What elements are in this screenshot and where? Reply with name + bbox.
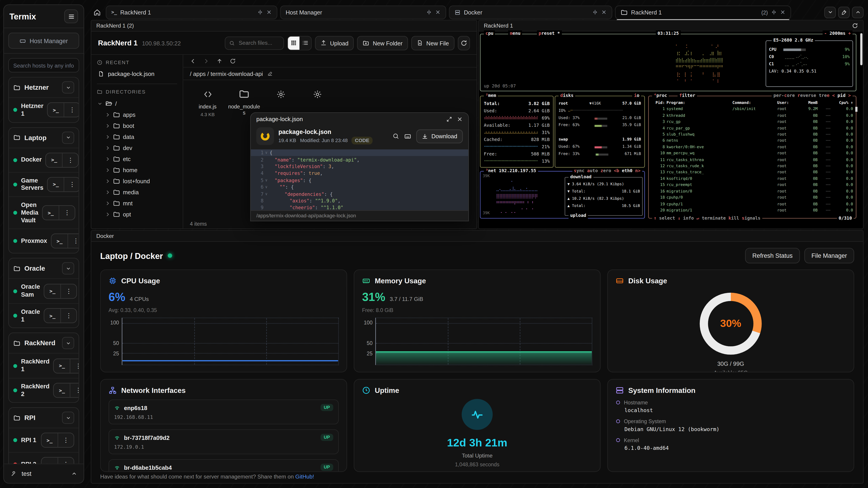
group-header[interactable]: RackNerd — [9, 333, 79, 353]
sidebar-host-open-media-vault[interactable]: Open Media Vault>_⋮ — [9, 196, 79, 229]
tools-button[interactable] — [838, 6, 850, 18]
proc-scrollbar[interactable] — [855, 107, 858, 112]
edit-path-icon[interactable] — [268, 71, 273, 76]
proc-row[interactable]: 8kworker/0:0H-everoot0B⋯⋯0.0 — [649, 144, 856, 151]
code-viewer[interactable]: 1∨{2"name": "termix-download-api",3"lock… — [251, 149, 468, 210]
proc-row[interactable]: 14ksoftirqd/0root0B⋯⋯0.0 — [649, 176, 856, 182]
open-terminal-button[interactable]: >_ — [54, 359, 70, 372]
upload-button[interactable]: Upload — [315, 36, 354, 50]
proc-row[interactable]: 5slub_flushwqroot0B⋯⋯0.0 — [649, 132, 856, 138]
github-link[interactable]: GitHub! — [295, 474, 314, 480]
host-menu-button[interactable]: ⋮ — [68, 234, 79, 248]
tree-item-mnt[interactable]: mnt — [97, 197, 177, 208]
host-menu-button[interactable]: ⋮ — [64, 103, 79, 117]
sidebar-host-proxmox[interactable]: Proxmox>_⋮ — [9, 229, 79, 253]
btop-filter-label[interactable]: filter — [678, 92, 697, 99]
tree-item-root[interactable]: / — [97, 98, 177, 109]
group-header[interactable]: Hetzner — [9, 77, 79, 97]
split-view-icon[interactable] — [771, 9, 776, 15]
btop-proc-label[interactable]: ⁴proc — [652, 92, 669, 99]
split-view-icon[interactable] — [426, 9, 432, 15]
proc-row[interactable]: 2kthreaddroot0B⋯⋯0.0 — [649, 113, 856, 119]
fold-marker[interactable]: ∨ — [265, 192, 270, 196]
group-header[interactable]: Laptop — [9, 127, 79, 147]
btop-proc-footer[interactable]: ↑ select ↓ info ↵ terminate kill signals — [652, 215, 762, 222]
expand-icon[interactable] — [446, 116, 452, 122]
sidebar-menu-button[interactable] — [64, 9, 78, 23]
terminal-scrollbar[interactable] — [860, 33, 863, 65]
host-menu-button[interactable]: ⋮ — [64, 177, 79, 191]
back-icon[interactable] — [190, 58, 196, 64]
open-terminal-button[interactable]: >_ — [44, 309, 61, 323]
btop-io-label[interactable]: io — [632, 92, 641, 99]
tree-item-boot[interactable]: boot — [97, 120, 177, 131]
sidebar-host-oracle-1[interactable]: Oracle 1>_⋮ — [9, 303, 79, 328]
proc-row[interactable]: 11rcu_tasks_kthrearoot0B⋯⋯0.0 — [649, 157, 856, 163]
refresh-status-button[interactable]: Refresh Status — [745, 248, 800, 263]
forward-icon[interactable] — [203, 58, 209, 64]
proc-row[interactable]: 18cpuhp/0root0B⋯⋯0.0 — [649, 195, 856, 201]
file-search-field[interactable] — [238, 39, 276, 46]
btop-menu-label[interactable]: menu — [508, 31, 522, 37]
host-menu-button[interactable]: ⋮ — [70, 383, 79, 397]
proc-row[interactable]: 10mm_percpu_wqroot0B⋯⋯0.0 — [649, 151, 856, 157]
host-menu-button[interactable]: ⋮ — [61, 309, 76, 323]
host-manager-button[interactable]: Host Manager — [8, 33, 79, 48]
host-menu-button[interactable]: ⋮ — [59, 206, 75, 220]
tree-item-apps[interactable]: apps — [97, 109, 177, 120]
open-terminal-button[interactable]: >_ — [43, 206, 59, 220]
group-header[interactable]: Oracle — [9, 258, 79, 278]
sidebar-host-hetzner-1[interactable]: Hetzner 1>_⋮ — [9, 97, 79, 122]
tree-item-dev[interactable]: dev — [97, 142, 177, 153]
proc-row[interactable]: 16migration/0root0B⋯⋯0.0 — [649, 188, 856, 195]
collapse-group-button[interactable] — [62, 337, 74, 349]
tab-scroll-up-button[interactable] — [852, 6, 864, 18]
close-tab-icon[interactable] — [780, 9, 785, 15]
host-menu-button[interactable]: ⋮ — [58, 458, 74, 464]
split-view-icon[interactable] — [257, 9, 263, 15]
sidebar-host-oracle-sam[interactable]: Oracle Sam>_⋮ — [9, 278, 79, 303]
proc-row[interactable]: 6netnsroot0B⋯⋯0.0 — [649, 138, 856, 144]
tab-docker[interactable]: Docker — [449, 5, 612, 19]
reconnect-icon[interactable] — [852, 23, 858, 29]
new-file-button[interactable]: New File — [411, 36, 455, 50]
proc-row[interactable]: 13rcu_tasks_trace_root0B⋯⋯0.0 — [649, 170, 856, 176]
btop-mem-label[interactable]: ²mem — [484, 92, 498, 99]
open-terminal-button[interactable]: >_ — [44, 284, 61, 298]
btop-net-controls[interactable]: sync auto zero <b eth0 n> — [572, 168, 642, 174]
close-tab-icon[interactable] — [435, 9, 440, 15]
download-button[interactable]: Download — [416, 129, 463, 143]
up-directory-icon[interactable] — [217, 58, 223, 64]
tab-scroll-down-button[interactable] — [825, 6, 836, 18]
tree-item-media[interactable]: media — [97, 186, 177, 197]
list-view-button[interactable] — [300, 36, 311, 50]
btop-net-label[interactable]: ³net 192.210.197.55 — [484, 168, 538, 174]
proc-row[interactable]: 4rcu_par_gproot0B⋯⋯0.0 — [649, 125, 856, 132]
sidebar-host-game-servers[interactable]: Game Servers>_⋮ — [9, 172, 79, 196]
proc-row[interactable]: 3rcu_gproot0B⋯⋯0.0 — [649, 119, 856, 125]
new-folder-button[interactable]: New Folder — [358, 36, 408, 50]
proc-row[interactable]: 1systemd/sbin/initroot9.2M⋯⋯0.0 — [649, 106, 856, 113]
file-manager-button[interactable]: File Manager — [804, 248, 854, 263]
keyboard-icon[interactable] — [404, 133, 411, 140]
host-menu-button[interactable]: ⋮ — [70, 359, 79, 372]
open-terminal-button[interactable]: >_ — [46, 153, 62, 167]
file-item-index.js[interactable]: index.js4.3 KB — [191, 87, 224, 118]
fold-marker[interactable]: ∨ — [265, 178, 270, 183]
btop-proc-options[interactable]: per-core reverse tree < pid > — [772, 92, 852, 99]
open-terminal-button[interactable]: >_ — [41, 433, 58, 447]
collapse-group-button[interactable] — [62, 262, 74, 274]
open-terminal-button[interactable]: >_ — [54, 383, 70, 397]
btop-interval-control[interactable]: - 2000ms + — [823, 31, 852, 37]
host-menu-button[interactable]: ⋮ — [58, 433, 74, 447]
btop-disks-label[interactable]: disks — [559, 92, 575, 99]
home-button[interactable] — [91, 6, 103, 18]
close-icon[interactable] — [457, 116, 463, 122]
tree-item-data[interactable]: data — [97, 131, 177, 142]
user-row[interactable]: test — [4, 464, 84, 483]
fold-marker[interactable]: ∨ — [265, 185, 270, 189]
sidebar-host-racknerd-2[interactable]: RackNerd 2>_⋮ — [9, 378, 79, 402]
grid-view-button[interactable] — [288, 36, 300, 50]
sidebar-host-racknerd-1[interactable]: RackNerd 1>_⋮ — [9, 353, 79, 378]
refresh-icon[interactable] — [230, 58, 236, 64]
